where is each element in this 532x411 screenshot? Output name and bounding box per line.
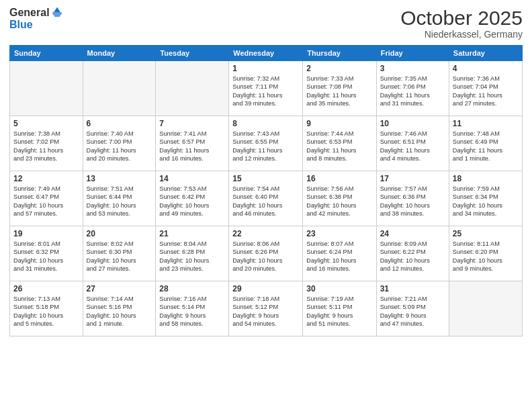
day-number: 15 [232, 174, 299, 183]
day-number: 14 [159, 174, 225, 183]
day-number: 29 [232, 284, 299, 293]
day-number: 3 [380, 64, 445, 73]
calendar-cell: 20Sunrise: 8:02 AM Sunset: 6:30 PM Dayli… [83, 226, 156, 281]
day-number: 8 [232, 119, 299, 128]
logo-general-text: General [9, 7, 50, 19]
day-number: 5 [13, 119, 79, 128]
day-info: Sunrise: 8:07 AM Sunset: 6:24 PM Dayligh… [306, 240, 372, 273]
week-row-4: 19Sunrise: 8:01 AM Sunset: 6:32 PM Dayli… [10, 226, 523, 281]
calendar-cell: 30Sunrise: 7:19 AM Sunset: 5:11 PM Dayli… [303, 281, 376, 336]
day-number: 22 [232, 229, 299, 238]
day-number: 7 [159, 119, 225, 128]
calendar-cell: 8Sunrise: 7:43 AM Sunset: 6:55 PM Daylig… [229, 116, 303, 171]
week-row-5: 26Sunrise: 7:13 AM Sunset: 5:18 PM Dayli… [10, 281, 523, 336]
calendar-cell: 1Sunrise: 7:32 AM Sunset: 7:11 PM Daylig… [229, 61, 303, 116]
calendar-cell: 17Sunrise: 7:57 AM Sunset: 6:36 PM Dayli… [376, 171, 449, 226]
calendar-cell: 28Sunrise: 7:16 AM Sunset: 5:14 PM Dayli… [156, 281, 229, 336]
weekday-header-wednesday: Wednesday [229, 46, 303, 61]
day-info: Sunrise: 7:16 AM Sunset: 5:14 PM Dayligh… [159, 295, 225, 328]
day-info: Sunrise: 7:49 AM Sunset: 6:47 PM Dayligh… [13, 185, 79, 218]
calendar-title: October 2025 [400, 7, 523, 29]
day-info: Sunrise: 7:14 AM Sunset: 5:16 PM Dayligh… [87, 295, 152, 328]
logo: General Blue [9, 7, 63, 30]
day-number: 18 [453, 174, 519, 183]
svg-marker-1 [52, 12, 61, 17]
title-block: October 2025 Niederkassel, Germany [400, 7, 523, 40]
day-number: 24 [380, 229, 445, 238]
calendar-cell: 9Sunrise: 7:44 AM Sunset: 6:53 PM Daylig… [303, 116, 376, 171]
calendar-location: Niederkassel, Germany [400, 29, 523, 40]
day-info: Sunrise: 7:57 AM Sunset: 6:36 PM Dayligh… [380, 185, 445, 218]
day-info: Sunrise: 7:56 AM Sunset: 6:38 PM Dayligh… [306, 185, 372, 218]
day-info: Sunrise: 7:46 AM Sunset: 6:51 PM Dayligh… [380, 130, 445, 163]
day-number: 23 [306, 229, 372, 238]
logo-icon [51, 6, 63, 18]
day-info: Sunrise: 7:21 AM Sunset: 5:09 PM Dayligh… [380, 295, 445, 328]
day-info: Sunrise: 7:36 AM Sunset: 7:04 PM Dayligh… [453, 75, 519, 108]
page-container: General Blue October 2025 Niederkassel, … [0, 0, 532, 411]
day-number: 12 [13, 174, 79, 183]
calendar-cell: 14Sunrise: 7:53 AM Sunset: 6:42 PM Dayli… [156, 171, 229, 226]
day-info: Sunrise: 7:38 AM Sunset: 7:02 PM Dayligh… [13, 130, 79, 163]
calendar-cell: 26Sunrise: 7:13 AM Sunset: 5:18 PM Dayli… [10, 281, 83, 336]
day-info: Sunrise: 7:13 AM Sunset: 5:18 PM Dayligh… [13, 295, 79, 328]
day-info: Sunrise: 7:33 AM Sunset: 7:08 PM Dayligh… [306, 75, 372, 108]
calendar-cell: 11Sunrise: 7:48 AM Sunset: 6:49 PM Dayli… [449, 116, 522, 171]
calendar-cell: 4Sunrise: 7:36 AM Sunset: 7:04 PM Daylig… [449, 61, 522, 116]
day-info: Sunrise: 7:48 AM Sunset: 6:49 PM Dayligh… [453, 130, 519, 163]
day-info: Sunrise: 7:19 AM Sunset: 5:11 PM Dayligh… [306, 295, 372, 328]
calendar-cell: 24Sunrise: 8:09 AM Sunset: 6:22 PM Dayli… [376, 226, 449, 281]
day-info: Sunrise: 7:40 AM Sunset: 7:00 PM Dayligh… [87, 130, 152, 163]
weekday-header-thursday: Thursday [303, 46, 376, 61]
weekday-header-saturday: Saturday [449, 46, 522, 61]
calendar-cell: 23Sunrise: 8:07 AM Sunset: 6:24 PM Dayli… [303, 226, 376, 281]
week-row-2: 5Sunrise: 7:38 AM Sunset: 7:02 PM Daylig… [10, 116, 523, 171]
day-info: Sunrise: 8:04 AM Sunset: 6:28 PM Dayligh… [159, 240, 225, 273]
calendar-cell: 10Sunrise: 7:46 AM Sunset: 6:51 PM Dayli… [376, 116, 449, 171]
day-number: 11 [453, 119, 519, 128]
day-info: Sunrise: 8:02 AM Sunset: 6:30 PM Dayligh… [87, 240, 152, 273]
logo-blue-text: Blue [9, 19, 63, 31]
calendar-cell [449, 281, 522, 336]
calendar-cell: 31Sunrise: 7:21 AM Sunset: 5:09 PM Dayli… [376, 281, 449, 336]
weekday-header-row: SundayMondayTuesdayWednesdayThursdayFrid… [10, 46, 523, 61]
day-info: Sunrise: 7:44 AM Sunset: 6:53 PM Dayligh… [306, 130, 372, 163]
day-number: 30 [306, 284, 372, 293]
calendar-cell: 19Sunrise: 8:01 AM Sunset: 6:32 PM Dayli… [10, 226, 83, 281]
day-info: Sunrise: 8:06 AM Sunset: 6:26 PM Dayligh… [232, 240, 299, 273]
day-info: Sunrise: 8:11 AM Sunset: 6:20 PM Dayligh… [453, 240, 519, 273]
day-number: 21 [159, 229, 225, 238]
weekday-header-monday: Monday [83, 46, 156, 61]
calendar-cell: 12Sunrise: 7:49 AM Sunset: 6:47 PM Dayli… [10, 171, 83, 226]
calendar-cell: 7Sunrise: 7:41 AM Sunset: 6:57 PM Daylig… [156, 116, 229, 171]
day-number: 6 [87, 119, 152, 128]
calendar-cell: 22Sunrise: 8:06 AM Sunset: 6:26 PM Dayli… [229, 226, 303, 281]
calendar-cell: 2Sunrise: 7:33 AM Sunset: 7:08 PM Daylig… [303, 61, 376, 116]
day-number: 27 [87, 284, 152, 293]
day-info: Sunrise: 7:32 AM Sunset: 7:11 PM Dayligh… [232, 75, 299, 108]
calendar-cell [10, 61, 83, 116]
day-number: 26 [13, 284, 79, 293]
day-info: Sunrise: 7:51 AM Sunset: 6:44 PM Dayligh… [87, 185, 152, 218]
day-info: Sunrise: 7:35 AM Sunset: 7:06 PM Dayligh… [380, 75, 445, 108]
calendar-cell: 15Sunrise: 7:54 AM Sunset: 6:40 PM Dayli… [229, 171, 303, 226]
calendar-cell: 27Sunrise: 7:14 AM Sunset: 5:16 PM Dayli… [83, 281, 156, 336]
calendar-cell: 18Sunrise: 7:59 AM Sunset: 6:34 PM Dayli… [449, 171, 522, 226]
day-number: 10 [380, 119, 445, 128]
calendar-cell: 16Sunrise: 7:56 AM Sunset: 6:38 PM Dayli… [303, 171, 376, 226]
calendar-cell: 21Sunrise: 8:04 AM Sunset: 6:28 PM Dayli… [156, 226, 229, 281]
day-number: 31 [380, 284, 445, 293]
day-info: Sunrise: 7:54 AM Sunset: 6:40 PM Dayligh… [232, 185, 299, 218]
day-number: 19 [13, 229, 79, 238]
weekday-header-friday: Friday [376, 46, 449, 61]
calendar-cell: 13Sunrise: 7:51 AM Sunset: 6:44 PM Dayli… [83, 171, 156, 226]
day-number: 2 [306, 64, 372, 73]
day-info: Sunrise: 8:01 AM Sunset: 6:32 PM Dayligh… [13, 240, 79, 273]
calendar-cell [156, 61, 229, 116]
day-number: 16 [306, 174, 372, 183]
day-info: Sunrise: 8:09 AM Sunset: 6:22 PM Dayligh… [380, 240, 445, 273]
day-info: Sunrise: 7:18 AM Sunset: 5:12 PM Dayligh… [232, 295, 299, 328]
day-number: 20 [87, 229, 152, 238]
day-info: Sunrise: 7:53 AM Sunset: 6:42 PM Dayligh… [159, 185, 225, 218]
calendar-cell: 5Sunrise: 7:38 AM Sunset: 7:02 PM Daylig… [10, 116, 83, 171]
